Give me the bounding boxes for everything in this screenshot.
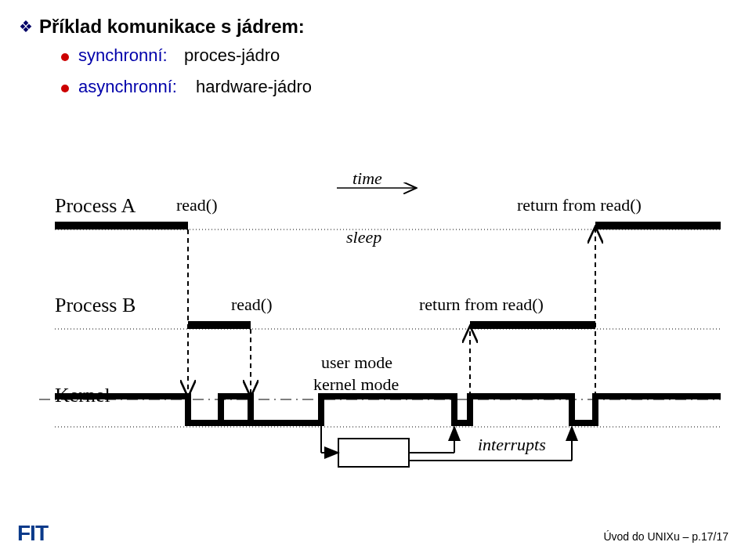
svg-rect-3 (595, 222, 721, 229)
svg-rect-2 (55, 222, 188, 229)
svg-rect-9 (338, 439, 409, 467)
svg-rect-6 (470, 321, 595, 329)
svg-rect-5 (188, 321, 251, 329)
page-footer: Úvod do UNIXu – p.17/17 (603, 530, 728, 543)
timing-diagram (0, 0, 752, 560)
fit-logo: FIT (17, 521, 48, 546)
page: ❖ Příklad komunikace s jádrem: synchronn… (0, 0, 752, 560)
